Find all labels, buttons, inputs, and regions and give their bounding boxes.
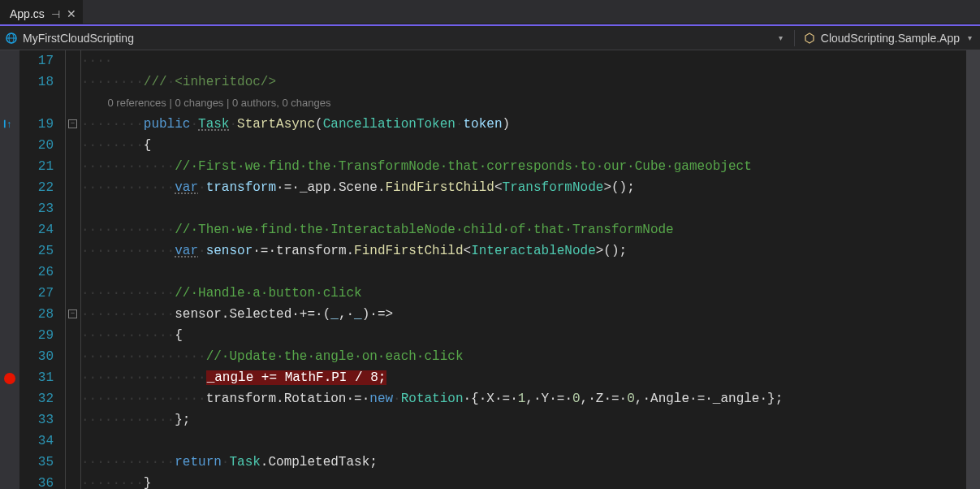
info-glyph-icon: Ⅰ↑ xyxy=(3,119,11,130)
namespace-dropdown[interactable]: MyFirstCloudScripting xyxy=(5,32,771,45)
navigation-bar: MyFirstCloudScripting ▾ CloudScripting.S… xyxy=(0,26,980,50)
code-editor[interactable]: Ⅰ↑ 1718192021222324252627282930313233343… xyxy=(0,50,980,489)
tab-bar: App.cs ⊣ ✕ xyxy=(0,0,980,24)
codelens[interactable]: 0 references | 0 changes | 0 authors, 0 … xyxy=(81,93,966,114)
breakpoint-highlight: _angle += MathF.PI / 8; xyxy=(206,370,387,385)
chevron-down-icon[interactable]: ▾ xyxy=(775,33,786,42)
class-text: CloudScripting.Sample.App xyxy=(821,32,960,45)
fold-toggle-icon[interactable]: − xyxy=(68,119,77,128)
class-dropdown[interactable]: CloudScripting.Sample.App xyxy=(803,32,960,45)
fold-margin[interactable]: − − xyxy=(65,50,81,489)
file-tab[interactable]: App.cs ⊣ ✕ xyxy=(0,0,83,24)
nav-separator xyxy=(794,30,795,46)
line-numbers: 1718192021222324252627282930313233343536 xyxy=(19,50,65,489)
breakpoint-margin[interactable]: Ⅰ↑ xyxy=(0,50,19,489)
code-area[interactable]: ···· ········///·<inheritdoc/> 0 referen… xyxy=(81,50,966,489)
vertical-scrollbar[interactable] xyxy=(966,50,980,489)
namespace-icon xyxy=(5,32,18,45)
pin-icon[interactable]: ⊣ xyxy=(51,8,60,20)
tab-filename: App.cs xyxy=(10,7,45,20)
chevron-down-icon[interactable]: ▾ xyxy=(965,33,975,42)
close-icon[interactable]: ✕ xyxy=(67,7,76,20)
class-icon xyxy=(803,32,816,45)
fold-toggle-icon[interactable]: − xyxy=(68,309,77,318)
namespace-text: MyFirstCloudScripting xyxy=(23,32,134,45)
breakpoint-icon[interactable] xyxy=(4,373,15,384)
